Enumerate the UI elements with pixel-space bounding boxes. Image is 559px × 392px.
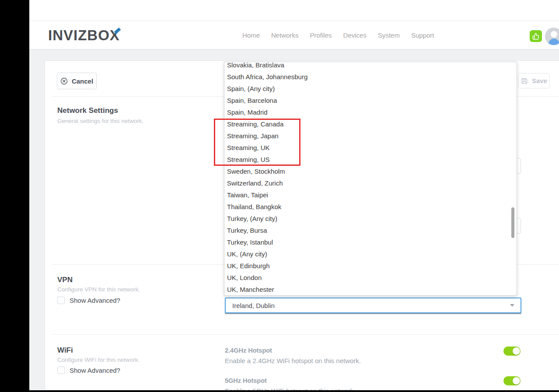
hotspot-24-description: Enable a 2.4GHz WiFi hotspot on this net…: [225, 357, 361, 364]
dropdown-option[interactable]: Spain, Madrid: [224, 106, 517, 118]
hotspot-24-label: 2.4GHz Hotspot: [225, 347, 272, 354]
dropdown-option[interactable]: Turkey, Istanbul: [224, 236, 517, 248]
cancel-button[interactable]: Cancel: [57, 73, 97, 89]
cancel-button-label: Cancel: [72, 77, 93, 85]
vpn-location-select[interactable]: Ireland, Dublin: [225, 298, 521, 313]
vpn-title: VPN: [57, 276, 73, 284]
save-button-label: Save: [532, 77, 547, 84]
cancel-circle-x-icon: [60, 77, 68, 85]
header: INVIZBOX Home Networks Profiles Devices …: [29, 21, 559, 49]
vpn-location-value: Ireland, Dublin: [226, 302, 275, 309]
dropdown-option[interactable]: UK, Manchester: [224, 284, 517, 295]
hotspot-5-label: 5GHz Hotspot: [225, 377, 267, 384]
dropdown-option[interactable]: Switzerland, Zurich: [224, 177, 517, 189]
save-floppy-icon: [521, 77, 528, 84]
dropdown-option[interactable]: Spain, (Any city): [224, 83, 517, 94]
wifi-show-advanced-checkbox[interactable]: [57, 367, 65, 374]
dropdown-option[interactable]: Slovakia, Bratislava: [224, 62, 517, 71]
letterbox-bottom: [0, 390, 559, 392]
avatar-head: [551, 31, 557, 38]
logo-x-accent: X: [110, 27, 120, 44]
dropdown-option[interactable]: Thailand, Bangkok: [224, 201, 517, 213]
hotspot-24-toggle[interactable]: [503, 346, 521, 356]
toggle-knob: [513, 347, 520, 355]
hotspot-5-toggle[interactable]: [503, 376, 521, 385]
wifi-show-advanced-label: Show Advanced?: [70, 367, 120, 374]
main-nav: Home Networks Profiles Devices System Su…: [242, 21, 434, 49]
dropdown-option[interactable]: Sweden, Stockholm: [224, 165, 517, 177]
network-settings-subtitle: General settings for this network.: [57, 118, 143, 124]
chevron-down-icon: [510, 304, 514, 307]
dropdown-options: Slovakia, Bratislava South Africa, Johan…: [224, 62, 517, 295]
letterbox-left: [0, 0, 29, 392]
dropdown-scrollbar-thumb[interactable]: [511, 207, 514, 238]
nav-item-support[interactable]: Support: [411, 32, 434, 39]
dropdown-option[interactable]: South Africa, Johannesburg: [224, 71, 517, 83]
dropdown-option[interactable]: UK, London: [224, 272, 517, 284]
dropdown-option-streaming-canada[interactable]: Streaming, Canada: [224, 118, 517, 130]
invizbox-logo: INVIZBOX: [48, 27, 120, 44]
dropdown-option[interactable]: Turkey, (Any city): [224, 213, 517, 224]
dropdown-option-streaming-japan[interactable]: Streaming, Japan: [224, 130, 517, 142]
dropdown-option[interactable]: Taiwan, Taipei: [224, 189, 517, 201]
avatar-body: [548, 38, 559, 45]
vpn-show-advanced-label: Show Advanced?: [70, 297, 120, 304]
dropdown-option-streaming-uk[interactable]: Streaming, UK: [224, 142, 517, 154]
wifi-title: WiFi: [57, 346, 73, 355]
network-settings-title: Network Settings: [57, 106, 118, 115]
logo-text: INVIZBO: [48, 27, 110, 43]
dropdown-option-streaming-us[interactable]: Streaming, US: [224, 154, 517, 165]
app-viewport: INVIZBOX Home Networks Profiles Devices …: [0, 0, 559, 392]
vpn-show-advanced-checkbox[interactable]: [57, 297, 65, 304]
nav-item-profiles[interactable]: Profiles: [310, 32, 332, 39]
vpn-subtitle: Configure VPN for this network.: [57, 286, 140, 293]
thumbs-up-icon: [532, 33, 539, 40]
dropdown-option[interactable]: Turkey, Bursa: [224, 224, 517, 236]
dropdown-option[interactable]: UK, Edinburgh: [224, 260, 517, 272]
wifi-show-advanced-row: Show Advanced?: [57, 367, 120, 374]
user-avatar[interactable]: [545, 28, 559, 45]
vpn-show-advanced-row: Show Advanced?: [57, 297, 120, 304]
top-band: [29, 0, 559, 21]
feedback-button[interactable]: [530, 30, 542, 42]
dropdown-option[interactable]: Spain, Barcelona: [224, 94, 517, 106]
save-button[interactable]: Save: [518, 73, 550, 88]
toggle-knob: [513, 377, 520, 385]
nav-item-devices[interactable]: Devices: [343, 32, 367, 39]
wifi-section-divider: [52, 334, 559, 335]
nav-item-home[interactable]: Home: [242, 32, 260, 39]
nav-item-system[interactable]: System: [378, 32, 400, 39]
dropdown-option[interactable]: UK, (Any city): [224, 248, 517, 260]
wifi-subtitle: Configure WiFi for this network.: [57, 357, 140, 363]
vpn-location-dropdown-list: Slovakia, Bratislava South Africa, Johan…: [224, 62, 517, 296]
nav-item-networks[interactable]: Networks: [271, 32, 299, 39]
